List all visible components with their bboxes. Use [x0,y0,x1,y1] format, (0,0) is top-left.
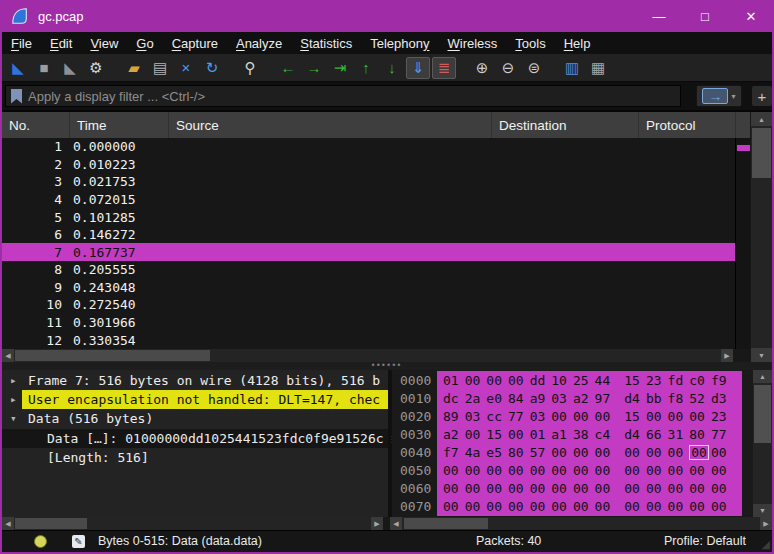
hex-bytes[interactable]: 00000000000000000000000000 [437,461,742,479]
hex-byte[interactable]: 00 [711,481,733,496]
reload-file-icon[interactable]: ↻ [200,57,224,79]
hex-byte[interactable]: 80 [508,445,530,460]
hex-byte[interactable]: 00 [508,463,530,478]
hex-byte[interactable]: 44 [595,373,617,388]
hex-byte[interactable]: cc [486,409,508,424]
hex-byte[interactable]: 80 [689,427,711,442]
hex-byte[interactable]: dc [443,391,465,406]
go-back-icon[interactable]: ← [276,57,300,79]
packet-list-vscrollbar[interactable]: ▲ ▼ [751,112,772,362]
packet-row-2[interactable]: 20.010223 [2,156,735,174]
go-to-packet-icon[interactable]: ⇥ [328,57,352,79]
hex-byte[interactable]: 00 [443,499,465,514]
hex-byte[interactable]: 00 [689,481,711,496]
menu-item-telephony[interactable]: Telephony [361,36,438,51]
apply-filter-button[interactable]: → ▾ [696,85,742,107]
scroll-up-icon[interactable]: ▲ [753,370,772,383]
hex-byte[interactable]: a9 [530,391,552,406]
hex-bytes[interactable]: 00000000000000000000000000 [437,480,742,498]
go-last-icon[interactable]: ↓ [380,57,404,79]
display-filter-input[interactable]: Apply a display filter ... <Ctrl-/> [5,85,681,107]
zoom-in-icon[interactable]: ⊕ [470,57,494,79]
hex-byte[interactable]: 03 [551,391,573,406]
hex-row-0060[interactable]: 006000000000000000000000000000 [392,480,753,498]
hex-byte[interactable]: f8 [668,391,690,406]
find-packet-icon[interactable]: ⚲ [238,57,262,79]
hex-byte[interactable]: 03 [465,409,487,424]
hex-byte[interactable]: 00 [689,445,709,460]
hex-byte[interactable]: d4 [624,391,646,406]
scroll-thumb[interactable] [404,518,488,529]
start-capture-icon[interactable]: ◣ [6,57,30,79]
hex-byte[interactable]: 38 [573,427,595,442]
column-header-source[interactable]: Source [169,112,492,138]
hex-byte[interactable]: 00 [689,409,711,424]
open-file-icon[interactable]: ▰ [122,57,146,79]
status-profile[interactable]: Profile: Default [664,534,746,548]
hex-byte[interactable]: 00 [465,463,487,478]
hex-byte[interactable]: 00 [668,481,690,496]
hex-row-0020[interactable]: 00208903cc77030000001500000023 [392,407,753,425]
hex-bytes[interactable]: a200150001a138c4d466318077 [437,425,742,443]
packet-row-4[interactable]: 40.072015 [2,191,735,209]
pane-splitter[interactable]: •••••• [2,362,772,370]
hex-byte[interactable]: 00 [646,463,668,478]
hex-byte[interactable]: 00 [551,409,573,424]
hex-byte[interactable]: 00 [624,445,646,460]
packet-row-1[interactable]: 10.000000 [2,138,735,156]
hex-byte[interactable]: 00 [624,499,646,514]
menu-item-edit[interactable]: Edit [41,36,81,51]
hex-byte[interactable]: 15 [486,427,508,442]
hex-byte[interactable]: 00 [465,427,487,442]
hex-byte[interactable]: 00 [646,499,668,514]
resize-grip-icon[interactable]: ◢ [762,538,770,551]
hex-byte[interactable]: 23 [646,373,668,388]
hex-byte[interactable]: 00 [486,481,508,496]
capture-options-icon[interactable]: ⚙ [84,57,108,79]
scroll-right-icon[interactable]: ▶ [760,517,772,530]
hex-byte[interactable]: 00 [465,481,487,496]
hex-byte[interactable]: 2a [465,391,487,406]
hex-byte[interactable]: f9 [711,373,733,388]
hex-byte[interactable]: 00 [530,463,552,478]
hex-byte[interactable]: fd [668,373,690,388]
hex-byte[interactable]: 00 [646,445,668,460]
hex-byte[interactable]: 00 [711,445,733,460]
zoom-out-icon[interactable]: ⊖ [496,57,520,79]
hex-byte[interactable]: 00 [573,481,595,496]
hex-hscrollbar[interactable]: ◀ ▶ [390,517,772,530]
hex-byte[interactable]: 4a [465,445,487,460]
packet-row-3[interactable]: 30.021753 [2,173,735,191]
hex-bytes[interactable]: 01000000dd1025441523fdc0f9 [437,371,742,389]
hex-byte[interactable]: 00 [646,481,668,496]
maximize-button[interactable]: □ [682,0,728,32]
hex-byte[interactable]: 97 [595,391,617,406]
detail-row-2[interactable]: ▸User encapsulation not handled: DLT=147… [2,390,389,409]
hex-byte[interactable]: 00 [508,499,530,514]
scroll-thumb[interactable] [754,385,771,443]
hex-byte[interactable]: e0 [486,391,508,406]
hex-byte[interactable]: 00 [486,499,508,514]
hex-byte[interactable]: 00 [508,373,530,388]
hex-row-0030[interactable]: 0030a200150001a138c4d466318077 [392,425,753,443]
hex-byte[interactable]: 01 [443,373,465,388]
hex-byte[interactable]: 00 [486,463,508,478]
detail-row-5[interactable]: [Length: 516] [2,448,389,467]
hex-byte[interactable]: 00 [595,445,617,460]
hex-byte[interactable]: c0 [689,373,711,388]
hex-byte[interactable]: 00 [595,463,617,478]
hex-byte[interactable]: 00 [486,373,508,388]
hex-byte[interactable]: e5 [486,445,508,460]
scroll-down-icon[interactable]: ▼ [751,348,772,362]
resize-columns-icon[interactable]: ▥ [560,57,584,79]
hex-byte[interactable]: 00 [573,499,595,514]
hex-byte[interactable]: 84 [508,391,530,406]
hex-byte[interactable]: 25 [573,373,595,388]
hex-byte[interactable]: a2 [443,427,465,442]
packet-row-5[interactable]: 50.101285 [2,208,735,226]
menu-item-file[interactable]: File [2,36,41,51]
hex-byte[interactable]: 00 [668,409,690,424]
tree-collapsed-icon[interactable]: ▸ [10,390,24,409]
close-file-icon[interactable]: × [174,57,198,79]
hex-byte[interactable]: a2 [573,391,595,406]
